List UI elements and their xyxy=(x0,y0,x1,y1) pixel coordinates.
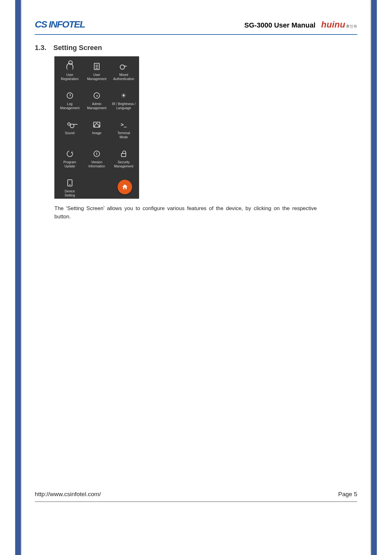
page-content: CS INFOTEL SG-3000 User Manual huinu휴인유 … xyxy=(35,19,357,221)
settings-item-label: Terminal Mode xyxy=(117,131,130,139)
footer: http://www.csinfotel.com/ Page 5 xyxy=(35,491,357,502)
home-button[interactable] xyxy=(118,180,132,194)
key-icon xyxy=(119,62,128,71)
settings-item-label: User Management xyxy=(87,73,106,81)
settings-item-key[interactable]: Mixed Authentication xyxy=(111,62,137,84)
settings-item-bright[interactable]: ☀IR / Brightness / Language xyxy=(111,91,137,113)
device-settings-screen: User RegistrationUser ManagementMixed Au… xyxy=(54,56,139,199)
settings-item-lock[interactable]: Security Management xyxy=(111,149,137,171)
settings-item-label: IR / Brightness / Language xyxy=(112,102,136,110)
header-divider xyxy=(35,34,357,35)
settings-item-label: Security Management xyxy=(114,160,133,168)
settings-item-label: Image xyxy=(92,131,101,135)
settings-item-sound[interactable]: Sound xyxy=(57,120,83,142)
screenshot-container: User RegistrationUser ManagementMixed Au… xyxy=(54,56,357,199)
settings-item-label: Mixed Authentication xyxy=(113,73,134,81)
section-heading: 1.3.Setting Screen xyxy=(35,44,357,52)
footer-page: Page 5 xyxy=(338,491,357,498)
settings-item-label: Sound xyxy=(65,131,74,135)
section-number: 1.3. xyxy=(35,44,46,52)
doc-icon xyxy=(92,62,101,71)
bright-icon: ☀ xyxy=(119,91,128,100)
settings-item-terminal[interactable]: >_Terminal Mode xyxy=(111,120,137,142)
settings-item-label: Device Setting xyxy=(64,189,75,197)
footer-divider xyxy=(35,502,357,502)
admin-icon xyxy=(92,91,101,100)
footer-url: http://www.csinfotel.com/ xyxy=(35,491,101,498)
settings-item-label: Version Information xyxy=(89,160,105,168)
settings-item-label: Log Management xyxy=(60,102,79,110)
clock-icon xyxy=(65,91,74,100)
home-icon xyxy=(121,184,128,190)
settings-item-info[interactable]: iVersion Information xyxy=(84,149,109,171)
lock-icon xyxy=(119,149,128,158)
document-title: SG-3000 User Manual xyxy=(244,21,315,29)
right-margin-bar xyxy=(371,0,377,555)
settings-item-user[interactable]: User Registration xyxy=(57,62,83,84)
settings-item-label: Admin Management xyxy=(87,102,106,110)
left-margin-bar xyxy=(15,0,21,555)
section-body-text: The 'Setting Screen' allows you to confi… xyxy=(54,204,317,221)
settings-item-label: Program Update xyxy=(64,160,76,168)
header: CS INFOTEL SG-3000 User Manual huinu휴인유 xyxy=(35,19,357,33)
settings-item-device[interactable]: Device Setting xyxy=(57,178,83,201)
settings-item-label: User Registration xyxy=(61,73,79,81)
terminal-icon: >_ xyxy=(119,120,128,129)
settings-item-refresh[interactable]: Program Update xyxy=(57,149,83,171)
device-icon xyxy=(65,178,74,187)
section-title: Setting Screen xyxy=(53,44,102,52)
settings-item-clock[interactable]: Log Management xyxy=(57,91,83,113)
image-icon xyxy=(92,120,101,129)
user-icon xyxy=(65,62,74,71)
header-right-group: SG-3000 User Manual huinu휴인유 xyxy=(244,20,357,30)
info-icon: i xyxy=(92,149,101,158)
csinfotel-logo: CS INFOTEL xyxy=(35,19,85,30)
refresh-icon xyxy=(65,149,74,158)
sound-icon xyxy=(65,120,74,129)
huinu-logo: huinu휴인유 xyxy=(321,20,357,30)
settings-item-doc[interactable]: User Management xyxy=(84,62,109,84)
settings-item-admin[interactable]: Admin Management xyxy=(84,91,109,113)
settings-item-image[interactable]: Image xyxy=(84,120,109,142)
